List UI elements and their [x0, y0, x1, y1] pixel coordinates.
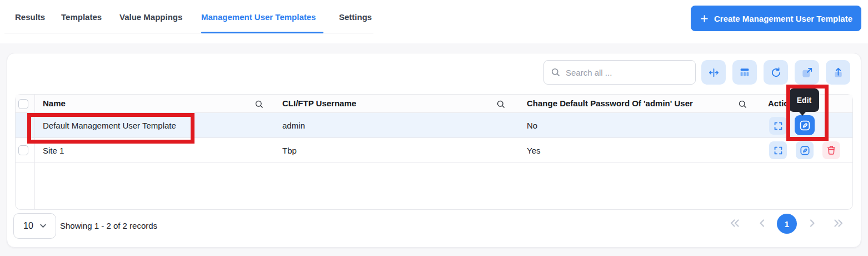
double-chevron-right-icon	[832, 218, 845, 229]
last-page-button[interactable]	[832, 218, 845, 229]
row-2-name-cell: Site 1	[43, 138, 64, 163]
row-2-cli-ftp-cell: Tbp	[282, 138, 297, 163]
column-header-name[interactable]: Name	[43, 94, 66, 113]
tab-bar: Results Templates Value Mappings Managem…	[0, 0, 868, 43]
row-2-edit-button[interactable]	[796, 141, 814, 159]
current-page-number: 1	[785, 219, 789, 229]
table-header-row	[16, 95, 852, 113]
create-button-label: Create Management User Template	[714, 14, 852, 23]
edit-icon	[799, 145, 811, 156]
refresh-button[interactable]	[764, 60, 788, 85]
active-tab-indicator	[201, 32, 323, 33]
column-header-cli-ftp-username[interactable]: CLI/FTP Username	[282, 94, 356, 113]
column-resize-button[interactable]	[701, 60, 726, 85]
edit-tooltip-arrow	[799, 111, 806, 116]
checkbox-column-divider	[34, 95, 35, 209]
create-management-user-template-button[interactable]: Create Management User Template	[691, 6, 861, 31]
tab-value-mappings[interactable]: Value Mappings	[119, 12, 182, 22]
tab-management-user-templates[interactable]: Management User Templates	[201, 12, 316, 22]
row-2-delete-button[interactable]	[822, 141, 840, 159]
chevron-left-icon	[757, 218, 767, 228]
cli-ftp-column-search-icon[interactable]	[496, 100, 506, 109]
row-1-change-password-cell: No	[527, 113, 537, 138]
page: Results Templates Value Mappings Managem…	[0, 0, 868, 256]
page-size-value: 10	[23, 221, 33, 231]
row-2-change-password-cell: Yes	[527, 138, 540, 163]
tab-results[interactable]: Results	[15, 12, 45, 22]
row-2-checkbox[interactable]	[18, 145, 28, 155]
double-chevron-left-icon	[728, 218, 741, 229]
expand-icon	[773, 121, 784, 131]
table-row-2[interactable]	[16, 138, 852, 163]
page-size-select[interactable]: 10	[13, 213, 56, 239]
chevron-right-icon	[807, 218, 817, 228]
refresh-icon	[770, 66, 782, 79]
previous-page-button[interactable]	[757, 218, 767, 228]
page-1-button[interactable]: 1	[777, 214, 797, 234]
open-in-new-icon	[801, 66, 814, 79]
tab-settings[interactable]: Settings	[339, 12, 372, 22]
row-1-edit-button[interactable]	[795, 115, 815, 135]
next-page-button[interactable]	[807, 218, 817, 228]
export-icon	[832, 66, 845, 79]
edit-tooltip-label: Edit	[797, 96, 811, 105]
open-in-new-button[interactable]	[795, 60, 819, 85]
edit-icon	[799, 119, 811, 132]
plus-icon	[700, 14, 709, 23]
row-1-name-cell: Default Management User Template	[43, 113, 176, 138]
search-icon	[551, 67, 561, 77]
tab-templates[interactable]: Templates	[61, 12, 102, 22]
export-button[interactable]	[826, 60, 850, 85]
search-all-box	[543, 60, 696, 85]
columns-icon	[739, 66, 751, 78]
row-1-expand-button[interactable]	[769, 117, 787, 135]
column-resize-icon	[707, 66, 720, 79]
expand-icon	[773, 145, 784, 156]
first-page-button[interactable]	[728, 218, 741, 229]
column-header-change-default-password[interactable]: Change Default Password Of 'admin' User	[527, 94, 693, 113]
change-password-column-search-icon[interactable]	[738, 100, 747, 109]
row-2-expand-button[interactable]	[769, 141, 787, 159]
select-all-checkbox[interactable]	[18, 99, 28, 109]
row-1-cli-ftp-cell: admin	[282, 113, 305, 138]
columns-button[interactable]	[732, 60, 757, 85]
trash-icon	[826, 145, 837, 156]
chevron-down-icon	[40, 224, 46, 228]
edit-tooltip: Edit	[789, 88, 819, 112]
records-summary: Showing 1 - 2 of 2 records	[60, 213, 157, 239]
name-column-search-icon[interactable]	[255, 100, 264, 109]
search-all-input[interactable]	[566, 68, 689, 77]
